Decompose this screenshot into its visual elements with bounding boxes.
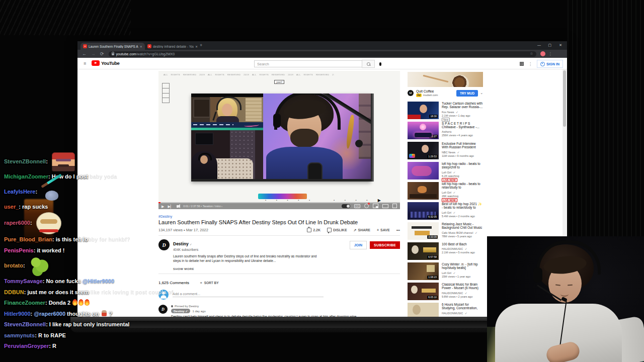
close-tab-icon[interactable]: ✕ [140, 45, 142, 48]
video-thumbnail[interactable]: 1:29:53 [408, 142, 439, 159]
sign-in-button[interactable]: SIGN IN [537, 60, 563, 68]
video-thumbnail[interactable]: 31:27 [408, 122, 439, 139]
video-meta: 6.2K watching [442, 174, 483, 177]
video-channel[interactable]: Astheric [442, 130, 483, 133]
video-channel[interactable]: Lofi Girl ✓ [442, 211, 483, 214]
channel-name[interactable]: Destiny [173, 241, 189, 246]
scrollbar-thumb[interactable] [563, 70, 566, 127]
related-video-item[interactable]: lofi hip hop radio - beats to sleep/chil… [408, 162, 483, 182]
video-channel[interactable]: HALIDONMUSIC ✓ [442, 247, 475, 250]
video-channel[interactable]: Lofi Girl ✓ [442, 271, 483, 275]
video-thumbnail[interactable] [408, 162, 439, 179]
forward-icon[interactable]: → [91, 50, 96, 58]
profile-avatar[interactable] [540, 51, 545, 56]
save-button[interactable]: +SAVE [377, 228, 390, 232]
bookmark-star-icon[interactable]: ☆ [530, 52, 533, 56]
video-channel[interactable]: Lofi Girl ✓ [442, 170, 483, 174]
browser-menu-icon[interactable]: ⋮ [548, 52, 552, 56]
video-thumbnail[interactable]: 6:57:58 [408, 242, 439, 260]
mic-icon[interactable] [379, 62, 381, 66]
maximize-button[interactable]: ▢ [548, 43, 551, 47]
video-channel[interactable]: HALIDONMUSIC ✓ [442, 311, 483, 315]
subscribe-button[interactable]: SUBSCRIBE [370, 241, 400, 249]
video-thumbnail[interactable] [408, 303, 439, 318]
share-button[interactable]: ↗SHARE [354, 228, 370, 232]
video-channel[interactable]: Lofi Girl ✓ [442, 191, 483, 194]
video-channel[interactable]: NBC News ✓ [442, 150, 483, 154]
autoplay-toggle[interactable] [342, 204, 350, 208]
search-button[interactable] [362, 60, 375, 68]
ad-cta-button[interactable]: TRY MUD [456, 90, 478, 97]
video-title[interactable]: Relaxing Jazz Music - Background Chill O… [442, 222, 483, 230]
video-title[interactable]: lofi hip hop radio - beats to sleep/chil… [442, 162, 483, 169]
browser-tab[interactable]: destiny infrared debate - YouTu ✕ [145, 43, 200, 50]
related-video-item[interactable]: 6:32:05 Best of lofi hip hop 2021 ✨ - be… [408, 202, 483, 222]
address-bar[interactable]: youtube.com/watch?v=gGLUbgZMX0 ☆ [109, 51, 536, 57]
video-channel[interactable]: Fox News ✓ [442, 110, 483, 114]
related-video-item[interactable]: 6:05:10 Classical Music for Brain Power … [408, 283, 483, 303]
video-title[interactable]: lofi hip hop radio - beats to relax/stud… [442, 182, 483, 190]
browser-tab[interactable]: Lauren Southern Finally SNAPS A ✕ [80, 43, 145, 50]
chevron-down-icon[interactable]: ⌄ [480, 91, 483, 95]
settings-dots-icon[interactable]: ⋮ [528, 62, 532, 66]
new-tab-button[interactable]: + [200, 43, 202, 48]
captions-icon[interactable]: CC [354, 204, 360, 208]
video-thumbnail[interactable]: 1:08:23 [408, 262, 439, 280]
video-thumbnail[interactable]: 6:32:05 [408, 202, 439, 220]
sort-by-button[interactable]: ≡SORT BY [200, 281, 219, 285]
url-text[interactable]: youtube.com/watch?v=gGLUbgZMX0 [116, 52, 175, 56]
video-title[interactable]: 6 Hours Mozart for Studying, Concentrati… [442, 303, 483, 310]
related-video-item[interactable]: 1:08:23 Cozy Winter ☕ - [lofi hip hop/st… [408, 262, 483, 283]
back-icon[interactable]: ← [82, 50, 87, 58]
video-player[interactable]: ALL RIGHTS RESERVED 2019 ALL RIGHTS RESE… [158, 71, 400, 209]
chat-message: PeruvianGroyper: R [4, 341, 170, 352]
video-channel[interactable]: HALIDONMUSIC ✓ [442, 291, 483, 295]
hamburger-menu-icon[interactable]: ≡ [84, 61, 86, 66]
apps-grid-icon[interactable] [520, 62, 524, 66]
dislike-button[interactable]: DISLIKE [327, 228, 347, 232]
related-video-item[interactable]: 3:33:09 Relaxing Jazz Music - Background… [408, 222, 483, 242]
video-thumbnail[interactable]: 18:30 [408, 102, 439, 119]
settings-gear-icon[interactable] [364, 204, 369, 208]
refresh-icon[interactable]: ⟳ [100, 50, 104, 58]
hashtag-link[interactable]: #Destiny [158, 215, 400, 218]
video-title[interactable]: S P A C E T R I P S Chillwave - Synthwav… [442, 122, 483, 129]
video-title[interactable]: Classical Music for Brain Power - Mozart… [442, 283, 483, 290]
related-video-item[interactable]: 6:57:58 100 Best of Bach HALIDONMUSIC ✓ … [408, 242, 483, 262]
youtube-logo[interactable]: YouTube [92, 60, 119, 66]
ad-image[interactable] [408, 72, 483, 87]
video-thumbnail[interactable]: 6:05:10 [408, 283, 439, 300]
player-control-bar[interactable]: ▶ ▶▏ 0:01 / 2:37:56 • Taxation / intro ›… [158, 202, 400, 209]
video-title[interactable]: Cozy Winter ☕ - [lofi hip hop/study beat… [442, 262, 483, 270]
related-video-item[interactable]: 6 Hours Mozart for Studying, Concentrati… [408, 303, 483, 318]
fullscreen-icon[interactable] [392, 204, 397, 208]
minimize-button[interactable]: — [537, 43, 541, 47]
video-thumbnail[interactable] [408, 182, 439, 200]
ad-card[interactable]: M Quit Coffee Ad mudwtr.com TRY MUD ⌄ [408, 89, 483, 97]
volume-icon[interactable] [177, 205, 179, 208]
video-title[interactable]: 100 Best of Bach [442, 242, 475, 246]
video-thumbnail[interactable]: 3:33:09 [408, 222, 439, 240]
close-tab-icon[interactable]: ✕ [195, 45, 198, 48]
video-title[interactable]: Exclusive Full Interview With Russian Pr… [442, 142, 483, 149]
theater-mode-icon[interactable] [382, 204, 388, 208]
video-channel[interactable]: Cafe Music BGM channel ✓ [442, 231, 483, 234]
join-button[interactable]: JOIN [350, 241, 367, 249]
comment-author-badge[interactable]: Destiny ✓ [171, 309, 190, 313]
video-title[interactable]: Tucker Carlson clashes with Rep. Salazar… [442, 102, 483, 109]
close-window-button[interactable]: ✕ [559, 43, 562, 47]
related-video-item[interactable]: 1:29:53 Exclusive Full Interview With Ru… [408, 142, 483, 162]
related-video-item[interactable]: 18:30 Tucker Carlson clashes with Rep. S… [408, 102, 483, 122]
related-video-item[interactable]: 31:27 S P A C E T R I P S Chillwave - Sy… [408, 122, 483, 142]
comment-time[interactable]: 1 day ago [192, 310, 205, 313]
video-title[interactable]: Best of lofi hip hop 2021 ✨ - beats to r… [442, 202, 483, 210]
search-input[interactable] [254, 60, 362, 67]
add-comment-input[interactable]: Add a comment... [173, 292, 324, 297]
ad-brand-name[interactable]: Quit Coffee [416, 89, 438, 93]
more-actions-button[interactable]: ••• [396, 228, 400, 232]
like-button[interactable]: 2.2K [307, 228, 320, 232]
show-more-button[interactable]: SHOW MORE [173, 267, 400, 270]
related-video-item[interactable]: lofi hip hop radio - beats to relax/stud… [408, 182, 483, 202]
miniplayer-icon[interactable] [373, 204, 378, 208]
progress-bar[interactable] [158, 202, 400, 203]
